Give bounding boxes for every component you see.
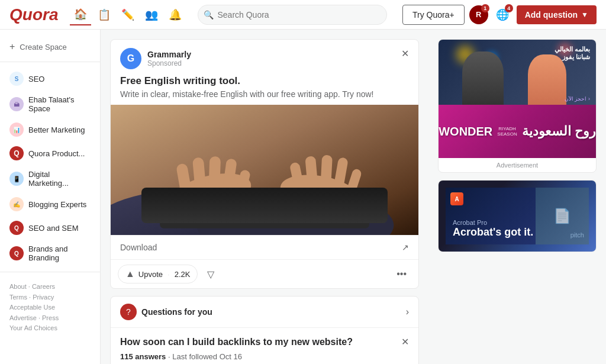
ad-description: Write in clear, mistake-free English wit… — [111, 89, 418, 105]
search-icon: 🔍 — [204, 10, 214, 20]
question-meta: 115 answers · Last followed Oct 16 — [120, 352, 409, 361]
sidebar-item-label: Digital Marketing... — [28, 170, 91, 188]
user-avatar[interactable]: R 1 — [469, 5, 488, 24]
svg-rect-37 — [336, 201, 343, 205]
external-link-icon: ↗ — [402, 243, 409, 252]
advertiser-name: Grammarly — [147, 50, 191, 59]
ad-banner-1[interactable]: i ✕ بعال — [438, 39, 597, 173]
keyboard-svg — [111, 105, 418, 235]
quora-product-icon: Q — [9, 146, 24, 160]
svg-rect-22 — [197, 201, 204, 205]
ad-banner2-image: A Acrobat Pro Acrobat's got it. 📄 pitch — [439, 181, 596, 252]
ehab-icon: 🏔 — [9, 97, 24, 111]
sidebar-footer: About · Careers Terms · Privacy Acceptab… — [0, 277, 100, 339]
header-right: Try Quora+ R 1 🌐 4 Add question ▼ — [402, 5, 597, 25]
svg-point-2 — [197, 191, 394, 235]
download-label: Download — [120, 243, 157, 252]
chevron-down-icon: ▼ — [581, 11, 588, 19]
edit-nav-button[interactable]: ✏️ — [117, 4, 138, 25]
acrobat-ad-wrapper: A Acrobat Pro Acrobat's got it. 📄 pitch — [446, 188, 589, 244]
svg-rect-31 — [280, 201, 287, 205]
footer-careers[interactable]: Careers — [32, 283, 55, 290]
globe-button[interactable]: 🌐 4 — [493, 5, 512, 24]
sidebar-item-brands-branding[interactable]: Q Brands and Branding — [0, 240, 100, 267]
upvote-button[interactable]: ▲ Upvote · 2.2K — [118, 265, 198, 284]
try-quora-button[interactable]: Try Quora+ — [402, 5, 465, 25]
header: Quora 🏠 📋 ✏️ 👥 🔔 🔍 Try Quora+ R 1 🌐 4 — [0, 0, 606, 30]
news-nav-button[interactable]: 📋 — [94, 4, 115, 25]
svg-rect-38 — [344, 201, 356, 205]
upvote-count: 2.2K — [175, 270, 191, 279]
footer-terms[interactable]: Terms — [9, 294, 27, 301]
sidebar-item-label: SEO — [28, 75, 44, 83]
ad-banner-image-area: بعالمه الخياليشباننا يفوز احجز الآن › WO… — [439, 40, 596, 158]
close-question-button[interactable]: ✕ — [401, 336, 409, 347]
sidebar-item-label: Quora Product... — [28, 149, 85, 158]
last-followed: Last followed Oct 16 — [172, 352, 242, 361]
sidebar-item-better-marketing[interactable]: 📊 Better Marketing — [0, 118, 100, 141]
better-marketing-icon: 📊 — [9, 123, 24, 137]
home-nav-button[interactable]: 🏠 — [70, 4, 91, 25]
right-sidebar: i ✕ بعال — [428, 30, 606, 364]
sidebar-item-blogging-experts[interactable]: ✍ Blogging Experts — [0, 192, 100, 216]
svg-rect-19 — [169, 201, 176, 205]
sidebar-create-space[interactable]: + Create Space — [0, 37, 100, 57]
svg-rect-27 — [243, 201, 250, 205]
footer-advertise[interactable]: Advertise — [9, 314, 37, 321]
keyboard-illustration — [111, 105, 418, 235]
blogging-experts-icon: ✍ — [9, 197, 24, 211]
sidebar-item-label: Brands and Branding — [28, 244, 91, 262]
footer-privacy[interactable]: Privacy — [33, 294, 54, 301]
downvote-button[interactable]: ▽ — [202, 265, 219, 284]
more-options-button[interactable]: ••• — [392, 265, 411, 283]
brands-branding-icon: Q — [9, 246, 24, 260]
plus-icon: + — [9, 41, 15, 52]
ad-banner-footer: Advertisement — [439, 158, 596, 172]
footer-your-ad-choices[interactable]: Your Ad Choices — [9, 324, 57, 331]
footer-about[interactable]: About — [9, 283, 27, 290]
search-wrapper: 🔍 — [198, 5, 387, 25]
questions-chevron-icon[interactable]: › — [406, 307, 409, 317]
footer-press[interactable]: Press — [42, 314, 59, 321]
card-actions: ▲ Upvote · 2.2K ▽ ••• — [111, 259, 418, 288]
sidebar-item-seo[interactable]: S SEO — [0, 67, 100, 91]
question-title[interactable]: How soon can I build backlinks to my new… — [120, 336, 409, 349]
svg-rect-23 — [206, 201, 213, 205]
answers-count: 115 answers — [120, 352, 166, 361]
bell-nav-button[interactable]: 🔔 — [165, 4, 186, 25]
sidebar-item-quora-product[interactable]: Q Quora Product... — [0, 141, 100, 165]
search-input[interactable] — [198, 5, 387, 25]
ad-banner-top-section: i ✕ بعال — [439, 40, 596, 158]
svg-rect-26 — [234, 201, 241, 205]
sidebar-item-digital-marketing[interactable]: 📱 Digital Marketing... — [0, 165, 100, 192]
questions-header-left: ? Questions for you — [120, 304, 212, 320]
ad-banner-2[interactable]: A Acrobat Pro Acrobat's got it. 📄 pitch — [438, 180, 597, 252]
footer-acceptable-use[interactable]: Acceptable Use — [9, 304, 55, 311]
svg-rect-34 — [308, 201, 315, 205]
pitch-label: pitch — [570, 231, 584, 239]
card-header: G Grammarly Sponsored ✕ — [111, 40, 418, 75]
download-button[interactable]: Download ↗ — [111, 235, 418, 259]
svg-rect-25 — [224, 201, 231, 205]
digital-marketing-icon: 📱 — [9, 172, 24, 186]
sidebar-item-ehab[interactable]: 🏔 Ehab Talaat's Space — [0, 91, 100, 118]
ad-image[interactable] — [111, 105, 418, 235]
svg-rect-6 — [208, 156, 221, 191]
advertiser-details: Grammarly Sponsored — [147, 50, 191, 67]
advertiser-info: G Grammarly Sponsored — [120, 48, 191, 69]
people-nav-button[interactable]: 👥 — [141, 4, 162, 25]
questions-section: ? Questions for you › ✕ How soon can I b… — [110, 296, 419, 364]
acrobat-text-area: Acrobat Pro Acrobat's got it. — [453, 219, 533, 239]
logo[interactable]: Quora — [9, 5, 58, 24]
nav-icons: 🏠 📋 ✏️ 👥 🔔 — [70, 4, 186, 25]
ad-image-top: بعالمه الخياليشباننا يفوز احجز الآن › — [439, 40, 596, 105]
svg-rect-32 — [289, 201, 296, 205]
add-question-button[interactable]: Add question ▼ — [517, 5, 597, 24]
ad-headline: Free English writing tool. — [111, 75, 418, 89]
sidebar-item-seo-sem[interactable]: Q SEO and SEM — [0, 216, 100, 240]
close-ad-button[interactable]: ✕ — [401, 48, 409, 59]
sidebar-item-label: Blogging Experts — [28, 200, 86, 209]
svg-rect-21 — [188, 201, 195, 205]
sidebar-divider-1 — [0, 62, 100, 62]
ad-card: G Grammarly Sponsored ✕ Free English wri… — [110, 39, 419, 289]
